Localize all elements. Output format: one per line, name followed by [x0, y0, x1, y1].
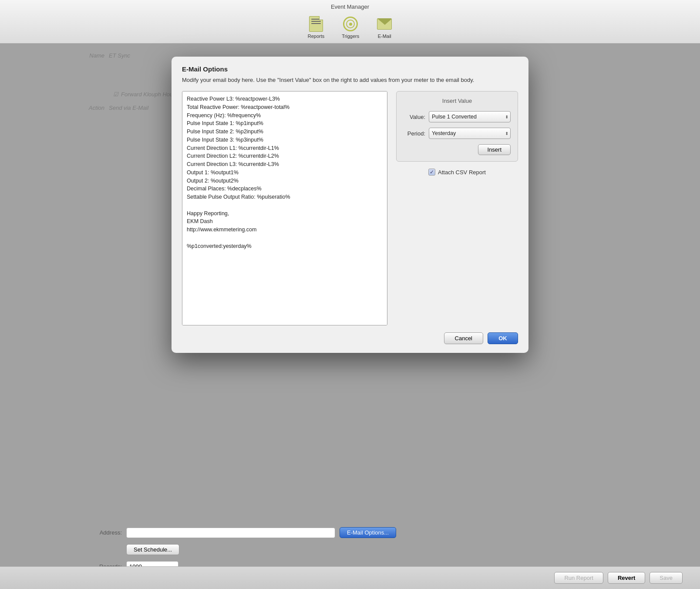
- insert-value-title: Insert Value: [404, 98, 511, 104]
- email-button-label: E-Mail: [378, 34, 391, 39]
- period-label: Period:: [404, 130, 425, 137]
- triggers-icon: [343, 17, 358, 31]
- triggers-icon-inner: [346, 20, 355, 28]
- toolbar-buttons: Reports Triggers E-Mail: [299, 14, 401, 43]
- value-select-wrapper: Pulse 1 Converted Pulse 2 Converted Puls…: [429, 111, 511, 122]
- address-input[interactable]: [126, 528, 335, 538]
- footer-bar: Run Report Revert Save: [0, 566, 700, 589]
- value-label: Value:: [404, 114, 425, 120]
- address-label: Address:: [87, 529, 122, 536]
- email-body-container: Reactive Power L3: %reactpower-L3% Total…: [182, 91, 387, 325]
- main-window: Event Manager Reports: [0, 0, 700, 589]
- insert-value-box: Insert Value Value: Pulse 1 Converted Pu…: [396, 91, 518, 162]
- toolbar-reports-button[interactable]: Reports: [299, 14, 333, 41]
- toolbar-email-button[interactable]: E-Mail: [368, 14, 401, 41]
- reports-icon-line-1: [311, 19, 321, 20]
- value-form-row: Value: Pulse 1 Converted Pulse 2 Convert…: [404, 111, 511, 122]
- insert-value-panel: Insert Value Value: Pulse 1 Converted Pu…: [396, 91, 518, 325]
- email-options-button[interactable]: E-Mail Options...: [340, 527, 396, 538]
- value-select[interactable]: Pulse 1 Converted Pulse 2 Converted Puls…: [429, 111, 511, 122]
- cancel-button[interactable]: Cancel: [444, 332, 483, 344]
- attach-csv-row: ✓ Attach CSV Report: [396, 169, 518, 176]
- reports-icon: [309, 16, 323, 32]
- email-icon: [377, 18, 392, 30]
- run-report-button[interactable]: Run Report: [554, 572, 603, 584]
- attach-csv-label: Attach CSV Report: [438, 169, 486, 176]
- address-row: Address: E-Mail Options...: [87, 527, 613, 538]
- reports-icon-line-2: [311, 21, 321, 22]
- reports-icon-line-3: [311, 23, 321, 24]
- revert-button[interactable]: Revert: [608, 572, 645, 584]
- triggers-icon-dot: [349, 23, 352, 26]
- toolbar: Event Manager Reports: [0, 0, 700, 44]
- toolbar-triggers-button[interactable]: Triggers: [333, 14, 368, 41]
- window-title: Event Manager: [331, 3, 369, 10]
- dialog-title: E-Mail Options: [182, 65, 518, 73]
- insert-button[interactable]: Insert: [478, 144, 511, 155]
- dialog-buttons: Cancel OK: [182, 332, 518, 344]
- dialog-body: Reactive Power L3: %reactpower-L3% Total…: [182, 91, 518, 325]
- triggers-button-label: Triggers: [342, 34, 359, 39]
- period-form-row: Period: Yesterday Today Last Week This W…: [404, 128, 511, 139]
- reports-button-label: Reports: [308, 34, 325, 39]
- email-options-dialog: E-Mail Options Modify your email body he…: [172, 57, 528, 353]
- triggers-icon-area: [343, 16, 358, 32]
- attach-csv-checkbox[interactable]: ✓: [428, 169, 435, 176]
- email-body-textarea[interactable]: Reactive Power L3: %reactpower-L3% Total…: [182, 91, 387, 325]
- dialog-overlay: E-Mail Options Modify your email body he…: [0, 44, 700, 589]
- set-schedule-button[interactable]: Set Schedule...: [126, 544, 179, 555]
- reports-icon-area: [308, 16, 324, 32]
- save-button[interactable]: Save: [650, 572, 683, 584]
- content-area: Name ET Sync ☑ Forward Klouph Hour Actio…: [0, 44, 700, 589]
- dialog-description: Modify your email body here. Use the "In…: [182, 76, 518, 84]
- period-select-wrapper: Yesterday Today Last Week This Week Last…: [429, 128, 511, 139]
- ok-button[interactable]: OK: [488, 332, 518, 344]
- period-select[interactable]: Yesterday Today Last Week This Week Last…: [429, 128, 511, 139]
- schedule-row: Set Schedule...: [87, 544, 613, 555]
- email-icon-area: [377, 16, 392, 32]
